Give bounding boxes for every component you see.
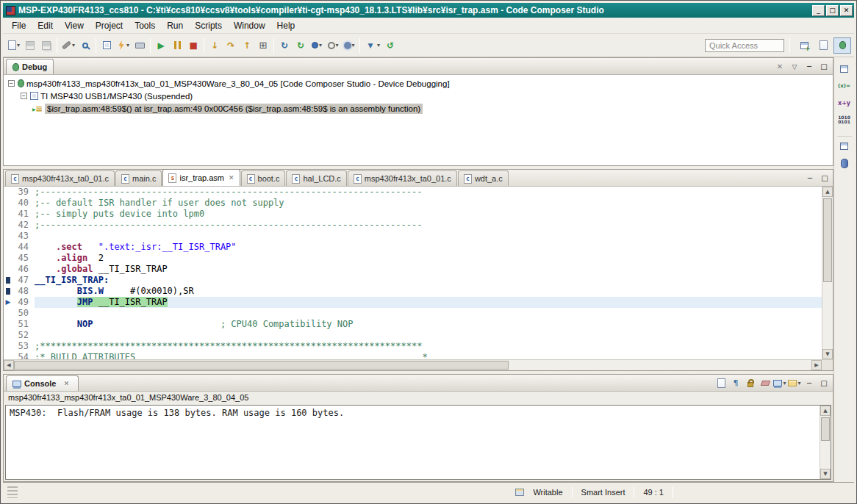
scroll-down-icon[interactable]: ▼: [822, 349, 833, 359]
debug-tree-item-0[interactable]: −msp430fr4133_msp430fr413x_ta0_01_MSP430…: [4, 77, 833, 90]
code-line-40[interactable]: 40;-- default ISR handler if user does n…: [4, 198, 822, 209]
maximize-view-button[interactable]: □: [817, 60, 831, 73]
menu-scripts[interactable]: Scripts: [189, 19, 228, 32]
settings-button[interactable]: ▾: [341, 37, 357, 54]
connect-target-button[interactable]: [77, 37, 93, 54]
code-line-39[interactable]: 39;-------------------------------------…: [4, 187, 822, 198]
scroll-right-icon[interactable]: ▶: [811, 360, 822, 370]
open-perspective-button[interactable]: [795, 37, 813, 54]
word-wrap-button[interactable]: ¶: [729, 377, 742, 389]
console-output[interactable]: MSP430: Flash/FRAM usage is 138 bytes. R…: [6, 406, 820, 479]
terminate-button[interactable]: ■: [185, 37, 201, 54]
editor-tab-6[interactable]: cwdt_a.c: [458, 170, 509, 186]
close-window-button[interactable]: ✕: [840, 5, 853, 16]
editor-tab-5[interactable]: cmsp430fr413x_ta0_01.c: [348, 170, 457, 186]
close-console-icon[interactable]: ✕: [60, 378, 72, 389]
toggle-breakpoint-button[interactable]: ▾: [309, 37, 325, 54]
editor-vertical-scrollbar[interactable]: ▲ ▼: [822, 187, 833, 359]
ccs-edit-perspective-button[interactable]: [814, 37, 832, 54]
step-into-button[interactable]: ↓: [207, 37, 223, 54]
code-line-46[interactable]: 46 .global __TI_ISR_TRAP: [4, 264, 822, 275]
code-line-52[interactable]: 52: [4, 330, 822, 341]
scroll-up-icon[interactable]: ▲: [822, 187, 833, 197]
code-line-45[interactable]: 45 .align 2: [4, 253, 822, 264]
maximize-view-button[interactable]: □: [818, 172, 831, 184]
editor-horizontal-scrollbar[interactable]: ◀ ▶: [4, 359, 833, 370]
menu-run[interactable]: Run: [161, 19, 189, 32]
new-target-config-button[interactable]: [98, 37, 115, 54]
editor-tab-0[interactable]: cmsp430fr413x_ta0_01.c: [5, 170, 115, 186]
console-vertical-scrollbar[interactable]: ▲ ▼: [820, 406, 831, 479]
code-line-44[interactable]: 44 .sect ".text:_isr:__TI_ISR_TRAP": [4, 242, 822, 253]
console-vscroll-track[interactable]: [820, 416, 831, 469]
code-line-53[interactable]: 53;*************************************…: [4, 341, 822, 352]
expressions-view-button[interactable]: x+y: [836, 96, 853, 110]
minimize-view-button[interactable]: ─: [803, 60, 816, 73]
suspend-button[interactable]: [169, 37, 185, 54]
code-line-43[interactable]: 43: [4, 231, 822, 242]
scroll-down-icon[interactable]: ▼: [820, 469, 831, 479]
new-button[interactable]: ▾: [6, 37, 22, 54]
scroll-left-icon[interactable]: ◀: [4, 360, 14, 370]
editor-tab-3[interactable]: cboot.c: [241, 170, 286, 186]
minimize-view-button[interactable]: ─: [803, 377, 816, 389]
expander-icon[interactable]: −: [8, 80, 15, 87]
console-view-tab[interactable]: Console ✕: [6, 375, 79, 391]
code-line-51[interactable]: 51 NOP ; CPU40 Compatibility NOP: [4, 319, 822, 330]
sync-button[interactable]: ↺: [382, 37, 398, 54]
menu-file[interactable]: File: [6, 19, 32, 32]
restore-memory-views-button[interactable]: [836, 139, 853, 154]
build-button[interactable]: ▾: [60, 37, 77, 54]
minimize-view-button[interactable]: ─: [803, 172, 817, 184]
refresh-button[interactable]: ↻: [293, 37, 309, 54]
code-line-41[interactable]: 41;-- simply puts device into lpm0: [4, 209, 822, 220]
menu-help[interactable]: Help: [271, 19, 301, 32]
minimize-window-button[interactable]: _: [812, 5, 825, 16]
display-selected-console-button[interactable]: ▾: [773, 377, 786, 389]
open-console-button[interactable]: ▾: [788, 377, 801, 389]
step-mode-button[interactable]: ▼▾: [362, 37, 382, 54]
editor-vscroll-thumb[interactable]: [823, 198, 832, 282]
editor-hscroll-thumb[interactable]: [14, 361, 509, 370]
flash-button[interactable]: ▾: [115, 37, 132, 54]
step-return-button[interactable]: ↑: [239, 37, 255, 54]
debug-tree-item-1[interactable]: −TI MSP430 USB1/MSP430 (Suspended): [4, 90, 833, 102]
code-line-50[interactable]: 50: [4, 308, 822, 319]
restart-button[interactable]: ↻: [276, 37, 293, 54]
resume-button[interactable]: ▶: [153, 37, 169, 54]
assembly-mode-button[interactable]: ⊞: [255, 37, 271, 54]
code-line-48[interactable]: 48 BIS.W #(0x0010),SR: [4, 286, 822, 297]
step-over-button[interactable]: ↷: [223, 37, 239, 54]
close-tab-icon[interactable]: ✕: [229, 174, 234, 181]
menu-window[interactable]: Window: [228, 19, 271, 32]
menu-tools[interactable]: Tools: [129, 19, 161, 32]
menu-project[interactable]: Project: [90, 19, 129, 32]
print-button[interactable]: [132, 37, 148, 54]
maximize-view-button[interactable]: □: [817, 377, 831, 389]
code-line-54[interactable]: 54;* BUILD ATTRIBUTES *: [4, 352, 822, 359]
console-vscroll-thumb[interactable]: [821, 417, 830, 441]
open-console-log-button[interactable]: [714, 377, 728, 389]
variables-view-button[interactable]: (x)=: [836, 79, 853, 93]
editor-vscroll-track[interactable]: [822, 197, 833, 349]
save-all-button[interactable]: [38, 37, 54, 54]
editor-tab-1[interactable]: cmain.c: [115, 170, 162, 186]
ccs-debug-perspective-button[interactable]: [833, 37, 851, 54]
editor-hscroll-track[interactable]: [14, 360, 811, 370]
code-line-42[interactable]: 42;-------------------------------------…: [4, 220, 822, 231]
quick-access-input[interactable]: [705, 39, 784, 52]
registers-view-button[interactable]: 1010 0101: [836, 112, 853, 127]
save-button[interactable]: [22, 37, 38, 54]
scroll-lock-button[interactable]: [744, 377, 757, 389]
restore-debug-views-button[interactable]: [836, 62, 853, 76]
editor-tab-2[interactable]: sisr_trap.asm✕: [162, 169, 240, 186]
editor-code[interactable]: 39;-------------------------------------…: [4, 187, 822, 359]
menu-view[interactable]: View: [59, 19, 90, 32]
menu-edit[interactable]: Edit: [32, 19, 59, 32]
code-line-47[interactable]: 47__TI_ISR_TRAP:: [4, 275, 822, 286]
expander-icon[interactable]: −: [21, 93, 27, 99]
memory-browser-button[interactable]: [836, 156, 853, 170]
profile-button[interactable]: ▾: [325, 37, 341, 54]
debug-tree-item-2[interactable]: ≡$isr_trap.asm:48:59$() at isr_trap.asm:…: [4, 102, 833, 115]
maximize-window-button[interactable]: □: [826, 5, 839, 16]
